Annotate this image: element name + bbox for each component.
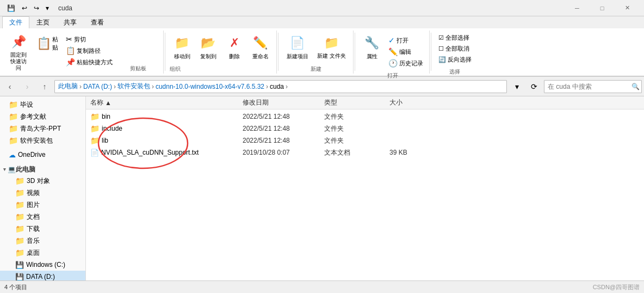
tab-share[interactable]: 共享	[57, 16, 84, 28]
breadcrumb-pc[interactable]: 此电脑	[58, 82, 78, 91]
copy-path-button[interactable]: 📋 复制路径	[63, 45, 115, 56]
open-button[interactable]: ✓ 打开	[386, 35, 426, 46]
rename-icon: ✏️	[252, 34, 269, 52]
delete-button[interactable]: ✗ 删除	[222, 33, 247, 62]
col-header-date[interactable]: 修改日期	[243, 98, 324, 107]
rename-button[interactable]: ✏️ 重命名	[248, 33, 273, 62]
maximize-button[interactable]: □	[590, 0, 615, 16]
history-button[interactable]: 🕐 历史记录	[386, 58, 426, 69]
select-all-button[interactable]: ☑ 全部选择	[436, 33, 474, 43]
dropdown-address-button[interactable]: ▾	[509, 79, 524, 94]
sidebar-item-pictures[interactable]: 📁 图片	[0, 199, 85, 211]
sidebar-label-downloads: 下载	[27, 224, 40, 234]
sidebar-item-drive-c[interactable]: 💾 Windows (C:)	[0, 259, 85, 271]
pin-to-quickaccess-button[interactable]: 📌 固定到 快速访问	[5, 32, 32, 73]
sidebar-item-desktop[interactable]: 📁 桌面	[0, 247, 85, 259]
paste-button[interactable]: 📋 粘贴	[33, 34, 62, 53]
save-qat-btn[interactable]: 💾	[4, 3, 18, 14]
sidebar-item-onedrive[interactable]: ☁ OneDrive	[0, 149, 85, 161]
file-name-bin: 📁 bin	[90, 112, 243, 121]
table-row[interactable]: 📁 lib 2022/5/21 12:48 文件夹	[86, 135, 644, 146]
breadcrumb-software[interactable]: 软件安装包	[117, 82, 150, 91]
edit-button[interactable]: ✏️ 编辑	[386, 46, 426, 57]
item-count: 4 个项目	[4, 283, 27, 291]
sidebar-item-3d[interactable]: 📁 3D 对象	[0, 175, 85, 187]
sidebar-item-biye[interactable]: 📁 毕设	[0, 99, 85, 111]
invert-select-button[interactable]: 🔄 反向选择	[436, 54, 474, 65]
new-folder-button[interactable]: 📁 新建 文件夹	[313, 33, 350, 62]
search-box: 🔍	[544, 80, 642, 93]
move-to-button[interactable]: 📁 移动到	[170, 33, 195, 62]
sidebar-label-pictures: 图片	[27, 200, 40, 210]
undo-qat-btn[interactable]: ↩	[19, 3, 30, 14]
close-button[interactable]: ✕	[615, 0, 640, 16]
folder-icon-downloads: 📁	[15, 224, 24, 233]
sidebar-section-pc[interactable]: ▾ 💻 此电脑	[0, 163, 85, 175]
sidebar-item-music[interactable]: 📁 音乐	[0, 235, 85, 247]
pc-icon: 💻	[8, 166, 16, 173]
col-header-name[interactable]: 名称 ▲	[90, 98, 243, 107]
ribbon-group-open: 🔧 属性 ✓ 打开 ✏️ 编辑 🕐 历史记录	[356, 30, 430, 74]
tab-file[interactable]: 文件	[2, 16, 29, 28]
sidebar-item-video[interactable]: 📁 视频	[0, 187, 85, 199]
clipboard-group-label: 剪贴板	[116, 64, 160, 72]
table-row[interactable]: 📁 bin 2022/5/21 12:48 文件夹	[86, 111, 644, 123]
dropdown-qat-btn[interactable]: ▾	[43, 3, 52, 14]
redo-qat-btn[interactable]: ↪	[31, 3, 42, 14]
table-row[interactable]: 📁 include 2022/5/21 12:48 文件夹	[86, 123, 644, 135]
minimize-button[interactable]: ─	[565, 0, 590, 16]
sidebar-label-drive-d: DATA (D:)	[26, 273, 55, 280]
sidebar-item-cankao[interactable]: 📁 参考文献	[0, 111, 85, 123]
copy-to-button[interactable]: 📂 复制到	[196, 33, 221, 62]
col-header-type[interactable]: 类型	[324, 98, 389, 107]
folder-icon-include: 📁	[90, 124, 100, 133]
folder-icon-music: 📁	[15, 236, 24, 245]
title-bar-left: 💾 ↩ ↪ ▾ cuda	[4, 3, 72, 14]
properties-button[interactable]: 🔧 属性	[360, 33, 385, 69]
copy-to-icon: 📂	[200, 34, 217, 52]
file-type-lib: 文件夹	[324, 136, 389, 145]
folder-icon-documents: 📁	[15, 212, 24, 221]
sidebar-label-cankao: 参考文献	[20, 112, 46, 121]
sort-icon-name: ▲	[105, 99, 112, 107]
sidebar-item-downloads[interactable]: 📁 下载	[0, 223, 85, 235]
forward-button[interactable]: ›	[20, 79, 35, 94]
paste-shortcut-button[interactable]: 📌 粘贴快捷方式	[63, 57, 115, 68]
sidebar-item-drive-d[interactable]: 💾 DATA (D:)	[0, 271, 85, 280]
folder-icon-cankao: 📁	[9, 112, 18, 121]
tab-home[interactable]: 主页	[29, 16, 57, 28]
breadcrumb-data[interactable]: DATA (D:)	[83, 83, 112, 90]
title-bar: 💾 ↩ ↪ ▾ cuda ─ □ ✕	[0, 0, 644, 16]
cut-button[interactable]: ✂ 剪切	[63, 34, 115, 45]
breadcrumb-cudnn[interactable]: cudnn-10.0-windows10-x64-v7.6.5.32	[156, 83, 264, 90]
up-button[interactable]: ↑	[37, 79, 52, 94]
deselect-all-button[interactable]: ☐ 全部取消	[436, 44, 474, 54]
sidebar-item-software[interactable]: 📁 软件安装包	[0, 135, 85, 146]
sidebar-item-documents[interactable]: 📁 文档	[0, 211, 85, 223]
folder-icon-bin: 📁	[90, 112, 100, 121]
back-button[interactable]: ‹	[2, 79, 17, 94]
table-row[interactable]: 📄 NVIDIA_SLA_cuDNN_Support.txt 2019/10/2…	[86, 146, 644, 158]
properties-icon: 🔧	[363, 34, 381, 52]
ribbon-group-organize: 📁 移动到 📂 复制到 ✗ 删除 ✏️ 重命名 组织	[166, 30, 277, 74]
sidebar-label-desktop: 桌面	[27, 248, 40, 258]
refresh-button[interactable]: ⟳	[527, 79, 542, 94]
ribbon-group-new: 📄 新建项目 📁 新建 文件夹 新建	[280, 30, 354, 74]
edit-icon: ✏️	[388, 47, 398, 56]
ribbon: 文件 主页 共享 查看 📌 固定到 快速访问 📋 粘贴 ✂	[0, 16, 644, 77]
history-icon: 🕐	[388, 59, 398, 68]
new-item-button[interactable]: 📄 新建项目	[283, 33, 312, 62]
new-item-icon: 📄	[289, 34, 306, 52]
status-bar: 4 个项目 CSDN@四哥图谱	[0, 280, 644, 293]
invert-icon: 🔄	[438, 56, 446, 63]
file-type-include: 文件夹	[324, 124, 389, 133]
tab-view[interactable]: 查看	[84, 16, 111, 28]
file-date-lib: 2022/5/21 12:48	[243, 137, 324, 144]
search-input[interactable]	[548, 83, 629, 90]
breadcrumb-sep-3: ›	[152, 83, 154, 90]
sidebar-item-ppt[interactable]: 📁 青岛大学-PPT	[0, 123, 85, 135]
file-name-txt: 📄 NVIDIA_SLA_cuDNN_Support.txt	[90, 149, 243, 157]
col-header-size[interactable]: 大小	[389, 98, 444, 107]
sidebar-label-onedrive: OneDrive	[18, 151, 46, 158]
file-type-bin: 文件夹	[324, 112, 389, 121]
